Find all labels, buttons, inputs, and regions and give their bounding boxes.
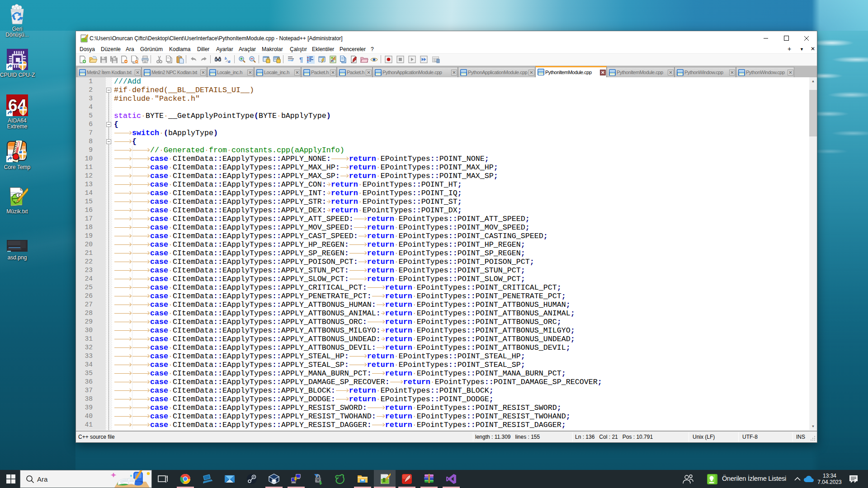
svg-text:¶: ¶ [299, 56, 303, 63]
svg-text:b: b [225, 56, 227, 61]
svg-text:a: a [228, 58, 231, 64]
